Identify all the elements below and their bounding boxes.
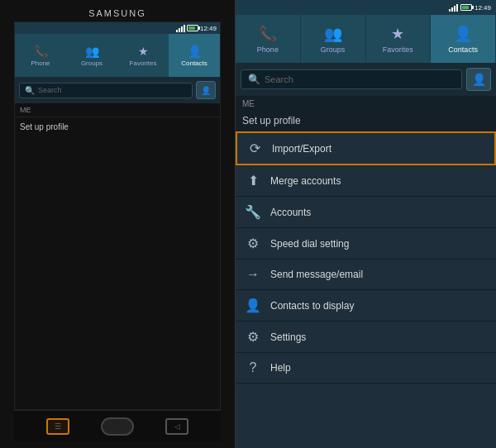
- menu-item-settings[interactable]: ⚙ Settings: [236, 322, 496, 353]
- menu-item-send-message-label: Send message/email: [270, 269, 363, 280]
- search-icon-right: 🔍: [248, 74, 260, 85]
- menu-item-speed-dial[interactable]: ⚙ Speed dial setting: [236, 228, 496, 260]
- import-export-icon: ⟳: [246, 141, 264, 156]
- phone-brand: SAMSUNG: [88, 8, 146, 18]
- tab-phone-label-left: Phone: [31, 60, 50, 67]
- menu-item-accounts-label: Accounts: [270, 207, 311, 218]
- me-section-label-left: ME: [15, 103, 220, 117]
- add-contact-icon-left: 👤: [201, 86, 211, 95]
- tab-groups-label-left: Groups: [81, 60, 103, 67]
- tab-groups-right[interactable]: 👥 Groups: [301, 15, 366, 63]
- search-bar-right: 🔍 Search 👤: [236, 63, 496, 97]
- search-bar-left: 🔍 Search 👤: [15, 77, 220, 103]
- merge-accounts-icon: ⬆: [244, 173, 262, 188]
- setup-profile-right: Set up profile: [236, 111, 496, 131]
- speed-dial-icon: ⚙: [244, 236, 262, 251]
- search-placeholder-right: Search: [265, 74, 293, 84]
- menu-item-import-export[interactable]: ⟳ Import/Export: [236, 131, 496, 165]
- status-time-right: 12:49: [475, 4, 491, 12]
- tab-favorites-label-left: Favorites: [130, 60, 157, 67]
- tab-favorites-right[interactable]: ★ Favorites: [366, 15, 432, 63]
- contacts-icon-right: 👤: [454, 25, 472, 43]
- setup-profile-left[interactable]: Set up profile: [15, 117, 220, 409]
- contacts-display-icon: 👤: [244, 298, 262, 313]
- signal-icon-right: [449, 3, 458, 12]
- tab-contacts-label-left: Contacts: [181, 60, 207, 67]
- groups-icon-right: 👥: [324, 25, 342, 43]
- send-message-icon: →: [244, 267, 262, 282]
- menu-item-help[interactable]: ? Help: [236, 353, 496, 384]
- menu-item-import-export-label: Import/Export: [272, 143, 331, 155]
- accounts-icon: 🔧: [244, 204, 262, 220]
- tab-contacts-label-right: Contacts: [448, 45, 478, 54]
- context-menu-list: ⟳ Import/Export ⬆ Merge accounts 🔧 Accou…: [236, 131, 496, 448]
- phone-bottom-bar: ☰ ◁: [14, 410, 221, 441]
- battery-icon-right: [460, 4, 472, 11]
- menu-item-send-message[interactable]: → Send message/email: [236, 260, 496, 290]
- contacts-icon: 👤: [188, 45, 202, 58]
- favorites-icon: ★: [138, 45, 149, 58]
- search-icon-left: 🔍: [25, 86, 35, 95]
- add-contact-icon-right: 👤: [472, 73, 486, 86]
- favorites-icon-right: ★: [391, 25, 404, 43]
- me-section-label-right: ME: [236, 97, 496, 111]
- nav-tabs-right: 📞 Phone 👥 Groups ★ Favorites 👤 Contacts: [236, 15, 496, 63]
- tab-groups-label-right: Groups: [321, 45, 346, 54]
- back-button[interactable]: ◁: [165, 418, 188, 435]
- tab-phone-label-right: Phone: [257, 45, 279, 54]
- right-panel: 12:49 📞 Phone 👥 Groups ★ Favorites 👤 Con…: [236, 0, 496, 448]
- add-contact-button-right[interactable]: 👤: [466, 68, 491, 91]
- signal-icon: [176, 24, 185, 32]
- home-button[interactable]: [101, 417, 134, 436]
- status-bar-left: 12:49: [15, 22, 220, 34]
- menu-item-speed-dial-label: Speed dial setting: [270, 238, 349, 250]
- search-placeholder-left: Search: [38, 86, 62, 94]
- back-icon: ◁: [174, 422, 180, 431]
- tab-phone-right[interactable]: 📞 Phone: [236, 15, 301, 63]
- tab-contacts-right[interactable]: 👤 Contacts: [431, 15, 496, 63]
- menu-item-contacts-display-label: Contacts to display: [270, 300, 354, 312]
- tab-favorites-left[interactable]: ★ Favorites: [117, 34, 169, 77]
- menu-item-accounts[interactable]: 🔧 Accounts: [236, 197, 496, 228]
- nav-tabs-left: 📞 Phone 👥 Groups ★ Favorites 👤 Contacts: [15, 34, 220, 77]
- battery-icon: [187, 25, 198, 31]
- menu-button[interactable]: ☰: [46, 418, 69, 435]
- groups-icon: 👥: [85, 45, 99, 58]
- status-time-left: 12:49: [200, 25, 217, 32]
- menu-item-merge-accounts-label: Merge accounts: [270, 175, 341, 187]
- status-bar-right: 12:49: [236, 0, 496, 15]
- tab-groups-left[interactable]: 👥 Groups: [66, 34, 117, 77]
- tab-phone-left[interactable]: 📞 Phone: [15, 34, 66, 77]
- menu-item-settings-label: Settings: [270, 331, 306, 343]
- search-input-right[interactable]: 🔍 Search: [241, 69, 462, 89]
- help-icon: ?: [244, 360, 262, 375]
- phone-icon-right: 📞: [259, 25, 277, 43]
- search-input-left[interactable]: 🔍 Search: [19, 83, 193, 98]
- phone-device: SAMSUNG 12:49 📞 Phone 👥 Gro: [0, 0, 236, 448]
- add-contact-button-left[interactable]: 👤: [196, 81, 216, 99]
- menu-icon: ☰: [55, 422, 61, 431]
- menu-item-contacts-display[interactable]: 👤 Contacts to display: [236, 290, 496, 322]
- tab-favorites-label-right: Favorites: [383, 45, 413, 54]
- tab-contacts-left[interactable]: 👤 Contacts: [169, 34, 220, 77]
- phone-screen: 12:49 📞 Phone 👥 Groups ★ Favorites 👤 Con…: [14, 21, 221, 410]
- settings-icon: ⚙: [244, 329, 262, 345]
- menu-item-help-label: Help: [270, 362, 291, 374]
- menu-item-merge-accounts[interactable]: ⬆ Merge accounts: [236, 165, 496, 197]
- phone-icon: 📞: [34, 45, 48, 58]
